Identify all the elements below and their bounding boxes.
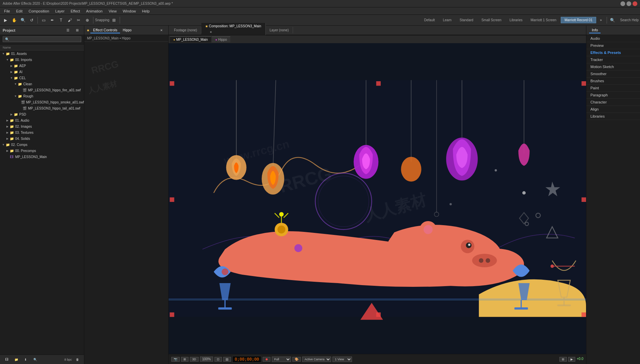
layer-controls-btn[interactable]: ⊞ <box>559 357 567 362</box>
effect-close-btn[interactable]: ✕ <box>157 26 166 34</box>
effects-presets-item[interactable]: Effects & Presets <box>586 49 640 56</box>
tree-item-rough[interactable]: ▼ 📁 Rough <box>0 93 84 99</box>
maximize-button[interactable] <box>627 1 631 6</box>
comp-subtab-main[interactable]: ●MP_LESSON3_Main <box>170 36 211 42</box>
expand-icon: ▼ <box>1 143 5 146</box>
pixel-btn[interactable]: ▤ <box>223 357 231 362</box>
menu-layer[interactable]: Layer <box>53 8 67 14</box>
folder-icon: 📁 <box>13 113 18 116</box>
info-tab[interactable]: Info <box>589 27 601 33</box>
tree-item-textures[interactable]: ▶ 📁 03. Textures <box>0 129 84 135</box>
paragraph-item[interactable]: Paragraph <box>586 92 640 99</box>
character-item[interactable]: Character <box>586 99 640 106</box>
tree-label: 02. Comps <box>11 143 27 147</box>
workspace-marriott1[interactable]: Marriott 1 Screen <box>527 17 560 23</box>
puppet-tool[interactable]: ⊕ <box>83 16 91 24</box>
close-button[interactable] <box>633 1 637 6</box>
view-select[interactable]: 1 View2 Views4 Views <box>332 357 352 362</box>
menu-help[interactable]: Help <box>139 8 152 14</box>
workspace-small[interactable]: Small Screen <box>478 17 505 23</box>
menu-composition[interactable]: Composition <box>26 8 52 14</box>
menu-view[interactable]: View <box>106 8 119 14</box>
tree-item-aep[interactable]: ▶ 📁 AEP <box>0 63 84 69</box>
menu-effect[interactable]: Effect <box>68 8 83 14</box>
import-btn[interactable]: ⬇ <box>22 356 30 364</box>
layer-tab[interactable]: Layer (none) <box>266 27 293 33</box>
paint-item[interactable]: Paint <box>586 85 640 92</box>
grid-btn[interactable]: ⊞ <box>181 357 188 362</box>
sep4 <box>607 17 607 24</box>
more-workspaces[interactable]: » <box>597 16 605 24</box>
tree-item-comps[interactable]: ▼ 📁 02. Comps <box>0 142 84 148</box>
snap-toggle[interactable]: ⊞ <box>110 16 118 24</box>
tree-item-psd[interactable]: ▶ 📁 PSD <box>0 111 84 117</box>
tree-item-imports[interactable]: ▼ 📁 00. Imports <box>0 57 84 63</box>
effect-controls-panel: ■ Effect Controls Hippo ✕ MP_LESSON3_Mai… <box>84 26 169 364</box>
tree-item-cel[interactable]: ▼ 📁 CEL <box>0 75 84 81</box>
tree-item-audio[interactable]: ▶ 📁 01. Audio <box>0 117 84 123</box>
workspace-marriott-record[interactable]: Marriott Record 01 <box>561 17 596 23</box>
comp-subtab-hippo[interactable]: ●Hippo <box>212 36 230 42</box>
expand-icon: ▼ <box>1 52 5 55</box>
footage-tab[interactable]: Footage (none) <box>170 27 201 33</box>
menu-file[interactable]: File <box>1 8 13 14</box>
zoom-display[interactable]: 100% <box>200 357 213 362</box>
rect-tool[interactable]: ▭ <box>39 16 48 24</box>
workspace-standard[interactable]: Standard <box>456 17 477 23</box>
project-search-input[interactable] <box>3 36 81 42</box>
hand-tool[interactable]: ✋ <box>10 16 18 24</box>
3d-btn[interactable]: 3D <box>190 357 199 362</box>
menu-edit[interactable]: Edit <box>13 8 25 14</box>
tree-item-precomps[interactable]: ▶ 📁 00. Precomps <box>0 148 84 154</box>
project-new-item[interactable]: ⊞ <box>73 26 81 34</box>
paint-tool[interactable]: 🖌 <box>66 16 74 24</box>
project-icon-btn[interactable]: ☰ <box>64 26 72 34</box>
tracker-item[interactable]: Tracker <box>586 56 640 63</box>
align-item[interactable]: Align <box>586 106 640 113</box>
tree-item-assets[interactable]: ▼ 📁 01. Assets <box>0 51 84 57</box>
rotate-tool[interactable]: ↺ <box>28 16 36 24</box>
workspace-learn[interactable]: Learn <box>439 17 455 23</box>
tree-item-main-comp[interactable]: 🎞 MP_LESSON3_Main <box>0 154 84 160</box>
delete-btn[interactable]: 🗑 <box>73 356 81 364</box>
find-btn[interactable]: 🔍 <box>31 356 39 364</box>
search-icon[interactable]: 🔍 <box>609 16 617 24</box>
camera-select[interactable]: Active Camera <box>302 357 331 362</box>
snapshot-btn[interactable]: 📷 <box>171 357 180 362</box>
tree-item-tail[interactable]: 🎬 MP_LESSON3_hippo_tail_a01.swf <box>0 105 84 111</box>
smoother-item[interactable]: Smoother <box>586 70 640 78</box>
workspace-default[interactable]: Default <box>420 17 439 23</box>
viewport[interactable]: RRCG 人人素材 www.rrcg.cn <box>169 43 586 354</box>
tree-item-hippo-fire[interactable]: 🎬 MP_LESSON3_hippo_fire_a01.swf <box>0 87 84 93</box>
libraries-item[interactable]: Libraries <box>586 113 640 120</box>
quality-select[interactable]: FullHalfThirdQuarter <box>272 357 291 362</box>
new-composition-btn[interactable]: 🎞 <box>3 356 11 364</box>
folder-icon: 📁 <box>9 131 14 134</box>
new-folder-btn[interactable]: 📁 <box>12 356 20 364</box>
tree-item-solids[interactable]: ▶ 📁 04. Solids <box>0 135 84 142</box>
motion-sketch-item[interactable]: Motion Sketch <box>586 63 640 70</box>
clone-tool[interactable]: ✂ <box>75 16 83 24</box>
workspace-libraries[interactable]: Libraries <box>506 17 526 23</box>
svg-point-42 <box>279 212 284 216</box>
effect-controls-tab[interactable]: Effect Controls <box>90 27 120 33</box>
menu-animation[interactable]: Animation <box>83 8 105 14</box>
render-btn[interactable]: ▶ <box>568 357 575 362</box>
zoom-tool[interactable]: 🔍 <box>19 16 27 24</box>
preview-item[interactable]: Preview <box>586 42 640 49</box>
menu-window[interactable]: Window <box>120 8 139 14</box>
text-tool[interactable]: T <box>57 16 65 24</box>
minimize-button[interactable] <box>620 1 625 6</box>
color-btn[interactable]: 🎨 <box>292 357 301 362</box>
time-display[interactable]: 0;00;00;00 <box>232 356 261 363</box>
tree-item-images[interactable]: ▶ 📁 02. Images <box>0 123 84 129</box>
pen-tool[interactable]: ✒ <box>48 16 56 24</box>
record-btn[interactable]: ⏺ <box>263 357 270 362</box>
selection-tool[interactable]: ▶ <box>1 16 9 24</box>
tree-item-clean[interactable]: ▼ 📁 Clean <box>0 81 84 87</box>
brushes-item[interactable]: Brushes <box>586 78 640 85</box>
tree-item-ai[interactable]: ▶ 📁 AI <box>0 69 84 75</box>
audio-item[interactable]: Audio <box>586 35 640 42</box>
tree-item-smoke[interactable]: 🎬 MP_LESSON3_hippo_smoke_a01.swf <box>0 99 84 105</box>
fit-btn[interactable]: ⊡ <box>214 357 222 362</box>
